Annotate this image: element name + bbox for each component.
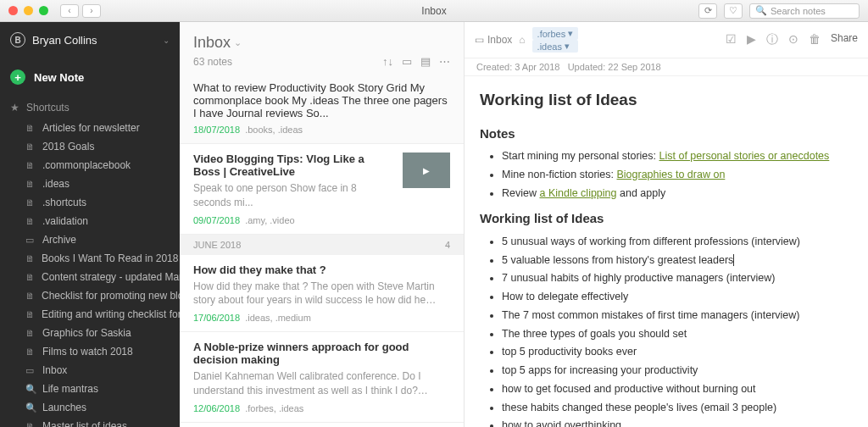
sidebar-item[interactable]: 🗎.validation bbox=[0, 212, 180, 230]
sidebar-item[interactable]: 🗎Editing and writing checklist for... bbox=[0, 305, 180, 324]
note-thumbnail bbox=[403, 152, 450, 188]
sidebar-item[interactable]: 🗎Books I Want To Read in 2018 bbox=[0, 249, 180, 268]
note-dates: Created: 3 Apr 2018 Updated: 22 Sep 2018 bbox=[465, 58, 868, 76]
note-icon: 🗎 bbox=[25, 123, 36, 133]
search-input[interactable]: 🔍Search notes bbox=[749, 3, 860, 19]
share-button[interactable]: Share bbox=[831, 32, 858, 47]
chevron-down-icon: ▾ bbox=[568, 28, 573, 39]
list-item[interactable]: top 5 apps for increasing your productiv… bbox=[502, 363, 853, 379]
notelist-title[interactable]: Inbox ⌄ bbox=[193, 34, 450, 52]
sidebar-item[interactable]: 🗎Graphics for Saskia bbox=[0, 324, 180, 342]
list-item[interactable]: 5 unusual ways of working from different… bbox=[502, 234, 853, 250]
link[interactable]: List of personal stories or anecdotes bbox=[659, 150, 830, 162]
note-icon: 🗎 bbox=[25, 421, 36, 427]
sidebar-item[interactable]: 🗎.shortcuts bbox=[0, 193, 180, 212]
chevron-down-icon: ⌄ bbox=[234, 37, 242, 48]
app-logo-icon: B bbox=[10, 32, 25, 47]
note-item[interactable]: What to review Productivity Book Story G… bbox=[180, 73, 464, 144]
sort-button[interactable]: ↑↓ bbox=[382, 55, 393, 68]
sidebar-item[interactable]: 🔍Launches bbox=[0, 398, 180, 417]
more-button[interactable]: ⋯ bbox=[439, 55, 450, 68]
note-item-meta: 17/06/2018 .ideas, .medium bbox=[193, 313, 450, 323]
note-item-meta: 12/06/2018 .forbes, .ideas bbox=[193, 403, 450, 413]
shortcuts-header[interactable]: ★ Shortcuts bbox=[0, 97, 180, 119]
note-item-title: Video Blogging Tips: Vlog Like a Boss | … bbox=[193, 152, 394, 178]
present-icon[interactable]: ▶ bbox=[747, 32, 756, 47]
sidebar-item[interactable]: 🗎.commonplacebook bbox=[0, 156, 180, 175]
note-title[interactable]: Working list of Ideas bbox=[480, 88, 853, 113]
month-separator: JUNE 20184 bbox=[180, 235, 464, 255]
filter-button[interactable]: ▤ bbox=[420, 55, 431, 68]
chevron-down-icon: ▾ bbox=[565, 41, 570, 52]
zoom-icon[interactable] bbox=[39, 6, 48, 15]
note-item[interactable]: How did they make that ?How did they mak… bbox=[180, 255, 464, 333]
tag[interactable]: .ideas ▾ bbox=[532, 40, 579, 53]
breadcrumb[interactable]: ▭Inbox bbox=[475, 34, 512, 46]
sidebar-item[interactable]: ▭Archive bbox=[0, 230, 180, 249]
note-item[interactable]: Video Blogging Tips: Vlog Like a Boss | … bbox=[180, 144, 464, 235]
window-title: Inbox bbox=[421, 5, 446, 17]
list-item[interactable]: 7 unusual habits of highly productive ma… bbox=[502, 270, 853, 286]
trash-icon[interactable]: 🗑 bbox=[809, 32, 821, 47]
note-item[interactable]: Forbes ideasLinear progression vs norm f… bbox=[180, 423, 464, 427]
sidebar-item[interactable]: ▭Inbox bbox=[0, 361, 180, 380]
sync-button[interactable]: ⟳ bbox=[698, 3, 717, 19]
info-icon[interactable]: ⓘ bbox=[766, 32, 778, 47]
notebook-icon: ▭ bbox=[475, 34, 484, 46]
notebook-icon: ▭ bbox=[25, 235, 36, 246]
sidebar-item[interactable]: 🗎Content strategy - updated Marc... bbox=[0, 268, 180, 286]
note-item-title: How did they make that ? bbox=[193, 263, 450, 276]
list-item[interactable]: Review a Kindle clipping and apply bbox=[502, 186, 853, 202]
more-icon[interactable]: ⊙ bbox=[788, 32, 798, 47]
list-item[interactable]: how to get focused and productive withou… bbox=[502, 381, 853, 397]
sidebar: B Bryan Collins ⌄ + New Note ★ Shortcuts… bbox=[0, 22, 180, 427]
note-icon: 🗎 bbox=[25, 291, 35, 301]
nav-buttons: ‹ › bbox=[60, 4, 101, 18]
notebook-picker-icon[interactable]: ⌂ bbox=[519, 34, 525, 46]
notebook-icon: ▭ bbox=[25, 365, 36, 376]
back-button[interactable]: ‹ bbox=[60, 4, 79, 18]
note-item-title: A Noble-prize winners approach for good … bbox=[193, 341, 450, 366]
plus-icon: + bbox=[10, 69, 25, 85]
list-item[interactable]: How to delegate effectively bbox=[502, 289, 853, 305]
view-button[interactable]: ▭ bbox=[402, 55, 412, 68]
link[interactable]: a Kindle clipping bbox=[539, 187, 616, 199]
forward-button[interactable]: › bbox=[82, 4, 101, 18]
link[interactable]: Biographies to draw on bbox=[616, 169, 725, 180]
section-heading: Notes bbox=[480, 125, 853, 144]
list-item[interactable]: Mine non-fiction stories: Biographies to… bbox=[502, 167, 853, 183]
tag[interactable]: .forbes ▾ bbox=[532, 27, 579, 40]
activity-button[interactable]: ♡ bbox=[724, 3, 743, 19]
sidebar-item[interactable]: 🗎Articles for newsletter bbox=[0, 119, 180, 137]
list-item[interactable]: how to avoid overthinking bbox=[502, 418, 853, 427]
new-note-button[interactable]: + New Note bbox=[0, 63, 180, 92]
sidebar-item[interactable]: 🗎.ideas bbox=[0, 175, 180, 193]
list-item[interactable]: Start mining my personal stories: List o… bbox=[502, 148, 853, 164]
sidebar-item[interactable]: 🗎Films to watch 2018 bbox=[0, 342, 180, 361]
window-controls bbox=[0, 6, 48, 15]
note-item-snippet: Daniel Kahneman Well calibrated conferen… bbox=[193, 369, 450, 398]
reminder-icon[interactable]: ☑ bbox=[726, 32, 737, 47]
note-list-panel: Inbox ⌄ 63 notes ↑↓ ▭ ▤ ⋯ What to review… bbox=[180, 22, 465, 427]
list-item[interactable]: 5 valuable lessons from history's greate… bbox=[502, 252, 853, 269]
account-switcher[interactable]: B Bryan Collins ⌄ bbox=[0, 22, 180, 58]
minimize-icon[interactable] bbox=[24, 6, 33, 15]
list-item[interactable]: top 5 productivity books ever bbox=[502, 344, 853, 360]
section-heading: Working list of Ideas bbox=[480, 209, 853, 229]
list-item[interactable]: these habits changed these people's live… bbox=[502, 400, 853, 416]
sidebar-item[interactable]: 🗎2018 Goals bbox=[0, 137, 180, 156]
list-item[interactable]: The 7 most common mistakes of first time… bbox=[502, 308, 853, 324]
note-item[interactable]: A Noble-prize winners approach for good … bbox=[180, 332, 464, 423]
note-item-title: What to review Productivity Book Story G… bbox=[193, 81, 450, 119]
note-item-snippet: How did they make that ? The open with S… bbox=[193, 280, 450, 308]
note-icon: 🗎 bbox=[25, 347, 36, 357]
list-item[interactable]: The three types of goals you should set bbox=[502, 326, 853, 342]
sidebar-item[interactable]: 🗎Master list of ideas bbox=[0, 417, 180, 427]
sidebar-item[interactable]: 🔍Life mantras bbox=[0, 380, 180, 398]
note-body[interactable]: Working list of Ideas Notes Start mining… bbox=[465, 76, 868, 427]
note-icon: 🗎 bbox=[25, 328, 36, 338]
sidebar-item[interactable]: 🗎Checklist for promoting new blo... bbox=[0, 286, 180, 305]
note-icon: 🗎 bbox=[25, 216, 36, 226]
search-icon: 🔍 bbox=[25, 384, 36, 395]
close-icon[interactable] bbox=[8, 6, 18, 15]
